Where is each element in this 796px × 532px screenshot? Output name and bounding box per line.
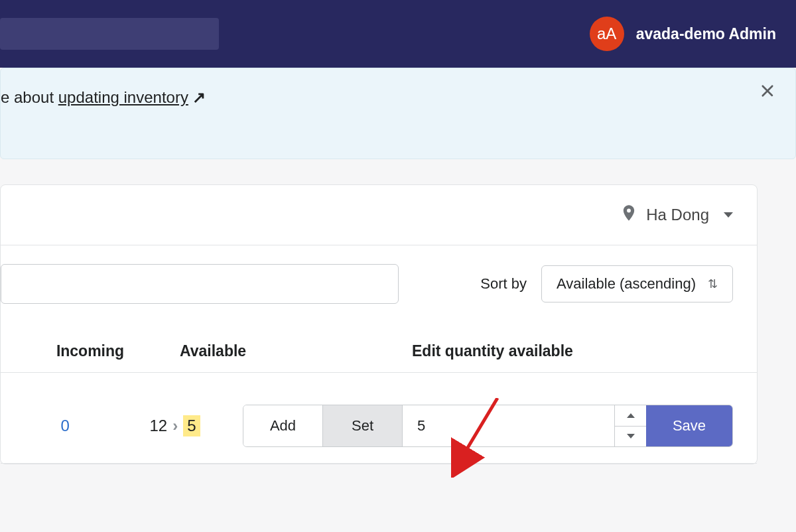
edit-quantity-cell: Add Set Save	[231, 405, 757, 447]
updating-inventory-link[interactable]: updating inventory	[58, 88, 188, 106]
header-user-area[interactable]: aA avada-demo Admin	[590, 17, 776, 51]
sort-selected-value: Available (ascending)	[557, 275, 696, 293]
available-old: 12	[150, 417, 168, 435]
close-icon[interactable]	[758, 82, 777, 103]
inventory-table: Incoming Available Edit quantity availab…	[1, 330, 757, 464]
incoming-value[interactable]: 0	[1, 417, 130, 435]
location-name: Ha Dong	[646, 206, 709, 224]
sort-label: Sort by	[480, 275, 527, 293]
filter-bar: Sort by Available (ascending) ⇅	[1, 245, 757, 312]
external-link-icon: ↗	[192, 88, 206, 107]
banner-text: e about updating inventory↗	[1, 88, 206, 107]
chevron-down-icon	[724, 212, 733, 218]
add-button[interactable]: Add	[243, 405, 323, 446]
top-header: aA avada-demo Admin	[0, 0, 796, 68]
avatar: aA	[590, 17, 624, 51]
inventory-card: Ha Dong Sort by Available (ascending) ⇅ …	[0, 184, 758, 464]
table-row: 0 12 › 5 Add Set Save	[1, 373, 757, 464]
table-header: Incoming Available Edit quantity availab…	[1, 330, 757, 373]
column-incoming: Incoming	[1, 342, 180, 360]
filter-input[interactable]	[1, 264, 399, 304]
set-button[interactable]: Set	[323, 405, 403, 446]
quantity-stepper	[614, 405, 646, 446]
quantity-input[interactable]	[403, 405, 614, 446]
sort-caret-icon: ⇅	[708, 277, 718, 291]
search-input[interactable]	[0, 18, 219, 50]
sort-select[interactable]: Available (ascending) ⇅	[541, 265, 733, 302]
banner-text-fragment: e about	[1, 88, 58, 106]
save-button[interactable]: Save	[646, 405, 732, 446]
edit-quantity-group: Add Set Save	[243, 405, 733, 447]
step-up-button[interactable]	[615, 405, 646, 427]
location-pin-icon	[620, 204, 638, 226]
chevron-right-icon: ›	[172, 417, 178, 435]
location-bar: Ha Dong	[1, 185, 757, 245]
step-down-button[interactable]	[615, 427, 646, 447]
admin-name-label: avada-demo Admin	[636, 25, 776, 43]
available-new: 5	[183, 415, 200, 436]
column-edit-quantity: Edit quantity available	[312, 342, 757, 360]
info-banner: e about updating inventory↗	[0, 68, 796, 159]
location-picker[interactable]: Ha Dong	[620, 204, 733, 226]
column-available: Available	[180, 342, 312, 360]
available-value: 12 › 5	[130, 415, 231, 436]
